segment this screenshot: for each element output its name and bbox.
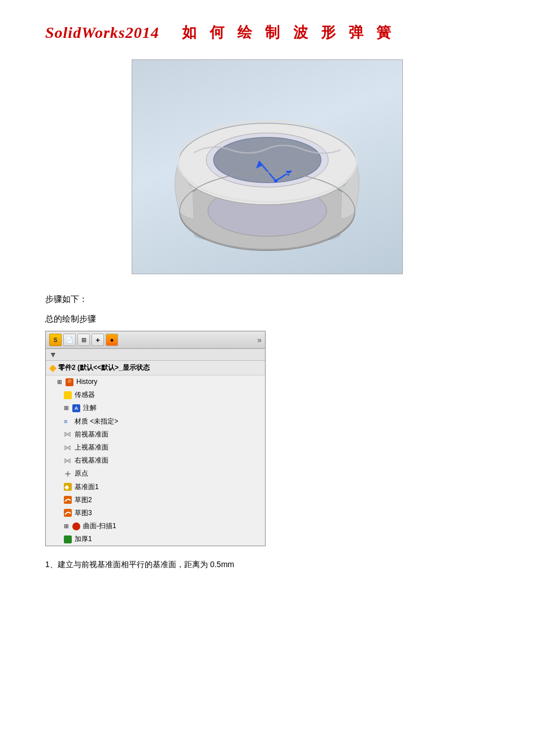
history-label: History: [76, 377, 97, 387]
annotation-label: 注解: [83, 403, 97, 413]
ft-item-history[interactable]: ⊞ ⏱ History: [46, 375, 265, 388]
material-label: 材质 <未指定>: [75, 416, 118, 427]
annotation-icon: A: [72, 404, 80, 412]
sweep-expand[interactable]: ⊞: [64, 522, 68, 531]
sensor-label: 传感器: [75, 390, 95, 400]
ft-part-header: ◈ 零件2 (默认<<默认>_显示状态: [46, 361, 265, 375]
sketch3-label: 草图3: [75, 508, 92, 519]
sketch2-label: 草图2: [75, 495, 92, 506]
sketch2-icon: [64, 496, 72, 504]
title-chinese: 如 何 绘 制 波 形 弹 簧: [182, 23, 396, 42]
svg-text:⋈: ⋈: [64, 430, 71, 438]
model-viewport: [132, 59, 403, 274]
part-icon: ◈: [49, 362, 56, 373]
ft-filter-row: ▼: [46, 349, 265, 361]
right-plane-label: 右视基准面: [75, 455, 108, 466]
sensor-icon: [64, 391, 72, 399]
datum1-label: 基准面1: [75, 482, 99, 493]
origin-label: 原点: [75, 468, 88, 479]
ft-toolbar: S 📄 ⊞ + ● »: [46, 331, 265, 349]
top-plane-label: 上视基准面: [75, 442, 108, 453]
thicken-icon: [64, 535, 72, 543]
ft-item-sketch2[interactable]: 草图2: [46, 494, 265, 507]
ft-item-right-plane[interactable]: ⋈ 右视基准面: [46, 454, 265, 467]
history-icon: ⏱: [66, 378, 73, 386]
title-solidworks: SolidWorks2014: [45, 24, 159, 42]
ft-item-material[interactable]: ≡ 材质 <未指定>: [46, 415, 265, 428]
filter-icon: ▼: [49, 350, 57, 359]
ft-item-sweep[interactable]: ⊞ 曲面-扫描1: [46, 520, 265, 533]
toolbar-grid-btn[interactable]: ⊞: [77, 334, 90, 346]
ft-item-origin[interactable]: 原点: [46, 467, 265, 480]
ft-item-annotation[interactable]: ⊞ A 注解: [46, 401, 265, 414]
top-plane-icon: ⋈: [64, 444, 72, 452]
sweep-label: 曲面-扫描1: [83, 521, 116, 532]
svg-point-11: [274, 179, 277, 183]
svg-text:≡: ≡: [64, 418, 67, 425]
toolbar-more-btn[interactable]: »: [257, 335, 262, 344]
annotation-expand[interactable]: ⊞: [64, 404, 68, 413]
toolbar-file-btn[interactable]: 📄: [63, 334, 76, 346]
spring-model-svg: [149, 76, 386, 257]
ft-item-datum1[interactable]: ◆ 基准面1: [46, 481, 265, 494]
toolbar-plus-btn[interactable]: +: [92, 334, 104, 346]
svg-text:⋈: ⋈: [64, 457, 71, 465]
note-text: 1、建立与前视基准面相平行的基准面，距离为 0.5mm: [45, 558, 489, 572]
ft-item-front-plane[interactable]: ⋈ 前视基准面: [46, 428, 265, 441]
thicken-label: 加厚1: [75, 534, 92, 545]
ft-item-sketch3[interactable]: 草图3: [46, 507, 265, 520]
toolbar-globe-btn[interactable]: ●: [106, 334, 118, 346]
sweep-icon: [72, 522, 80, 530]
steps-intro-line1: 步骤如下：: [45, 291, 489, 306]
page-container: SolidWorks2014 如 何 绘 制 波 形 弹 簧: [0, 0, 534, 595]
ft-item-top-plane[interactable]: ⋈ 上视基准面: [46, 441, 265, 454]
front-plane-icon: ⋈: [64, 430, 72, 438]
svg-text:◆: ◆: [64, 483, 70, 490]
steps-intro-line2: 总的绘制步骤: [45, 311, 489, 326]
part-name-label: 零件2 (默认<<默认>_显示状态: [58, 363, 150, 373]
toolbar-sw-btn[interactable]: S: [49, 334, 62, 346]
history-expand[interactable]: ⊞: [57, 378, 62, 387]
sketch3-icon: [64, 509, 72, 517]
ft-item-thicken[interactable]: 加厚1: [46, 533, 265, 546]
right-plane-icon: ⋈: [64, 457, 72, 465]
front-plane-label: 前视基准面: [75, 429, 108, 440]
material-icon: ≡: [64, 417, 72, 425]
title-bar: SolidWorks2014 如 何 绘 制 波 形 弹 簧: [45, 23, 489, 42]
feature-tree-panel: S 📄 ⊞ + ● » ▼ ◈ 零件2 (默认<<默认>_显示状态: [45, 331, 266, 546]
svg-text:⋈: ⋈: [64, 444, 71, 452]
ft-item-sensor[interactable]: 传感器: [46, 388, 265, 401]
origin-icon: [64, 470, 72, 478]
datum1-icon: ◆: [64, 483, 72, 491]
